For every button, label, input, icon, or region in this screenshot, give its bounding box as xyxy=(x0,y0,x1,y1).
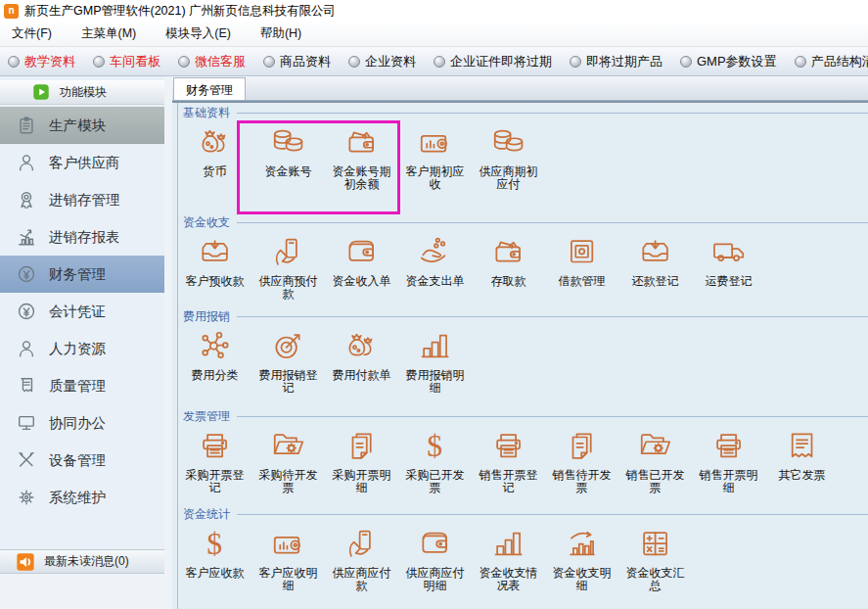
module-shortcut-label: 供应商期初应付 xyxy=(478,165,540,191)
module-shortcut[interactable]: 资金账号 xyxy=(251,122,325,178)
tab-strip: 财务管理 xyxy=(172,76,868,101)
toolbar-item[interactable]: 企业证件即将过期 xyxy=(434,53,552,70)
module-shortcut[interactable]: 销售开票明细 xyxy=(692,426,765,494)
section-divider-line xyxy=(237,416,868,417)
toolbar-item[interactable]: 即将过期产品 xyxy=(570,53,662,70)
section-header: 资金统计 xyxy=(178,504,868,521)
finance-icon xyxy=(17,302,36,321)
module-shortcut-label: 资金收支情况表 xyxy=(478,567,540,592)
sidebar-item[interactable]: 客户供应商 xyxy=(0,144,164,181)
main-area: 财务管理 基础资料货币资金账号资金账号期初余额客户期初应收供应商期初应付资金收支… xyxy=(172,76,868,609)
module-shortcut[interactable]: 资金收支情况表 xyxy=(472,524,545,592)
module-shortcut[interactable]: 借款管理 xyxy=(545,232,618,288)
module-shortcut[interactable]: 资金收入单 xyxy=(325,232,398,288)
sidebar-item[interactable]: 设备管理 xyxy=(0,442,164,479)
module-shortcut-label: 费用报销明细 xyxy=(404,369,467,395)
radio-icon xyxy=(178,56,190,68)
sidebar-item-label: 进销存报表 xyxy=(49,228,120,247)
module-shortcut[interactable]: 采购待开发票 xyxy=(251,426,325,494)
folder-gear-icon xyxy=(636,426,675,465)
module-shortcut[interactable]: 销售开票登记 xyxy=(472,426,545,494)
module-shortcut[interactable]: 其它发票 xyxy=(765,426,839,482)
radio-icon xyxy=(348,56,360,68)
section-title: 发票管理 xyxy=(183,408,230,425)
toolbar-item-label: 教学资料 xyxy=(24,53,75,70)
module-shortcut[interactable]: 费用报销明细 xyxy=(398,326,472,395)
module-shortcut[interactable]: $采购已开发票 xyxy=(398,426,472,494)
sidebar-item[interactable]: 人力资源 xyxy=(0,330,164,367)
section-group: 费用报销费用分类费用报销登记费用付款单费用报销明细 xyxy=(177,306,868,406)
bar-chart-icon xyxy=(416,326,455,365)
sidebar-item[interactable]: 进销存管理 xyxy=(0,181,164,218)
menu-item-2[interactable]: 主菜单(M) xyxy=(81,25,136,42)
module-shortcut[interactable]: 还款登记 xyxy=(618,232,692,288)
menu-item-3[interactable]: 模块导入(E) xyxy=(165,25,231,42)
documents-icon xyxy=(563,426,602,465)
radio-icon xyxy=(434,56,445,68)
module-shortcut[interactable]: 费用报销登记 xyxy=(251,326,325,395)
toolbar-item[interactable]: 车间看板 xyxy=(93,53,160,70)
tab-finance-management[interactable]: 财务管理 xyxy=(173,77,246,100)
bar-chart-icon xyxy=(489,524,528,563)
menu-item-4[interactable]: 帮助(H) xyxy=(260,25,301,42)
module-shortcut[interactable]: 采购开票登记 xyxy=(178,426,251,494)
inbox-arrow-icon xyxy=(196,232,235,271)
module-shortcut[interactable]: 供应商期初应付 xyxy=(472,122,545,191)
sidebar-item[interactable]: 生产模块 xyxy=(0,107,164,144)
module-shortcut-label: 运费登记 xyxy=(706,275,753,288)
sidebar-item-label: 进销存管理 xyxy=(49,191,120,210)
module-shortcut[interactable]: 资金收支明细 xyxy=(545,524,618,592)
toolbar-item[interactable]: 企业资料 xyxy=(348,53,416,70)
module-shortcut[interactable]: $客户应收款 xyxy=(178,524,251,580)
toolbar-item[interactable]: 商品资料 xyxy=(263,53,331,70)
module-shortcut[interactable]: 销售待开发票 xyxy=(545,426,618,494)
toolbar-item[interactable]: 教学资料 xyxy=(8,53,75,70)
module-shortcut[interactable]: 供应商应付款 xyxy=(325,524,398,592)
section-items-row: 采购开票登记采购待开发票采购开票明细$采购已开发票销售开票登记销售待开发票销售已… xyxy=(178,423,868,494)
module-shortcut[interactable]: 费用分类 xyxy=(178,326,251,382)
menu-item-1[interactable]: 文件(F) xyxy=(12,25,52,42)
module-shortcut[interactable]: 供应商应付明细 xyxy=(398,524,472,592)
sidebar-item[interactable]: 协同办公 xyxy=(0,404,164,442)
section-items-row: $客户应收款客户应收明细供应商应付款供应商应付明细资金收支情况表资金收支明细资金… xyxy=(178,521,868,592)
module-shortcut[interactable]: 资金账号期初余额 xyxy=(325,122,398,191)
module-shortcut[interactable]: 采购开票明细 xyxy=(325,426,398,494)
module-shortcut[interactable]: 费用付款单 xyxy=(325,326,398,382)
module-shortcut-label: 采购已开发票 xyxy=(404,469,467,494)
module-shortcut-label: 供应商预付款 xyxy=(257,275,320,301)
module-shortcut[interactable]: 资金收支汇总 xyxy=(618,524,692,592)
wallet-chart-icon xyxy=(416,122,455,162)
module-shortcut[interactable]: 客户期初应收 xyxy=(398,122,472,191)
toolbar-item-label: 企业证件即将过期 xyxy=(450,53,552,70)
medal-icon xyxy=(17,190,36,210)
radio-icon xyxy=(93,56,105,68)
sidebar-item[interactable]: 进销存报表 xyxy=(0,218,164,256)
sidebar-item-label: 质量管理 xyxy=(49,377,106,396)
sidebar-item[interactable]: 财务管理 xyxy=(0,256,164,293)
toolbar-item[interactable]: GMP参数设置 xyxy=(680,53,777,70)
toolbar-item[interactable]: 产品结构清单(BC xyxy=(795,53,868,70)
gear-icon xyxy=(17,488,36,507)
module-shortcut[interactable]: 客户应收明细 xyxy=(251,524,325,592)
module-shortcut[interactable]: 供应商预付款 xyxy=(251,232,325,301)
sidebar-item[interactable]: 会计凭证 xyxy=(0,293,164,330)
module-shortcut[interactable]: 资金支出单 xyxy=(398,232,472,288)
trend-chart-icon xyxy=(563,524,602,563)
sidebar-item[interactable]: 系统维护 xyxy=(0,479,164,516)
module-shortcut[interactable]: 货币 xyxy=(178,122,251,178)
module-shortcut[interactable]: 运费登记 xyxy=(692,232,765,288)
module-shortcut[interactable]: 销售已开发票 xyxy=(618,426,692,494)
sidebar-item[interactable]: 质量管理 xyxy=(0,367,164,404)
sidebar-item-label: 生产模块 xyxy=(49,117,106,135)
toolbar-item[interactable]: 微信客服 xyxy=(178,53,246,70)
sidebar-splitter[interactable] xyxy=(164,76,172,609)
sidebar-header-function-modules[interactable]: 功能模块 xyxy=(0,80,164,105)
monitor-icon xyxy=(17,413,36,433)
module-shortcut[interactable]: 存取款 xyxy=(472,232,545,288)
module-shortcut-label: 采购开票明细 xyxy=(331,469,393,494)
folder-gear-icon xyxy=(269,426,308,465)
sidebar-footer-unread-messages[interactable]: 最新未读消息(0) xyxy=(0,549,164,574)
svg-text:$: $ xyxy=(427,429,442,463)
wallet-clasp-icon xyxy=(416,524,455,563)
module-shortcut[interactable]: 客户预收款 xyxy=(178,232,251,288)
